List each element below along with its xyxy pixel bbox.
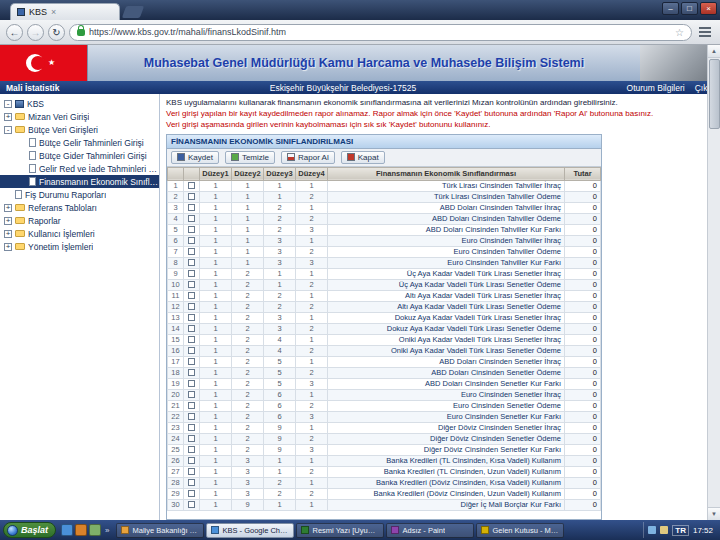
amount-cell[interactable]: 0	[565, 400, 601, 411]
quick-launch-icon[interactable]	[75, 524, 87, 536]
amount-cell[interactable]: 0	[565, 224, 601, 235]
row-checkbox[interactable]	[188, 215, 195, 222]
amount-cell[interactable]: 0	[565, 235, 601, 246]
row-checkbox[interactable]	[188, 237, 195, 244]
maximize-button[interactable]: □	[681, 2, 698, 15]
amount-cell[interactable]: 0	[565, 290, 601, 301]
forward-button[interactable]: →	[27, 24, 44, 41]
sidebar-item[interactable]: -KBS	[0, 97, 159, 110]
amount-cell[interactable]: 0	[565, 345, 601, 356]
sidebar-item[interactable]: -Bütçe Veri Girişleri	[0, 123, 159, 136]
quick-launch-icon[interactable]	[89, 524, 101, 536]
amount-cell[interactable]: 0	[565, 378, 601, 389]
amount-cell[interactable]: 0	[565, 202, 601, 213]
row-checkbox[interactable]	[188, 402, 195, 409]
amount-cell[interactable]: 0	[565, 466, 601, 477]
taskbar-button[interactable]: KBS - Google Chrome	[206, 523, 294, 538]
scrollbar-thumb[interactable]	[709, 59, 720, 129]
amount-cell[interactable]: 0	[565, 301, 601, 312]
amount-cell[interactable]: 0	[565, 312, 601, 323]
row-checkbox[interactable]	[188, 413, 195, 420]
row-checkbox[interactable]	[188, 468, 195, 475]
amount-cell[interactable]: 0	[565, 389, 601, 400]
row-checkbox[interactable]	[188, 292, 195, 299]
amount-cell[interactable]: 0	[565, 356, 601, 367]
row-checkbox[interactable]	[188, 435, 195, 442]
amount-cell[interactable]: 0	[565, 323, 601, 334]
taskbar-button[interactable]: Resmi Yazı [Uyumlu...	[296, 523, 384, 538]
sidebar-item[interactable]: Bütçe Gelir Tahminleri Girişi	[0, 136, 159, 149]
tab-close-icon[interactable]: ×	[51, 8, 56, 16]
row-checkbox[interactable]	[188, 380, 195, 387]
amount-cell[interactable]: 0	[565, 334, 601, 345]
row-checkbox[interactable]	[188, 479, 195, 486]
amount-cell[interactable]: 0	[565, 257, 601, 268]
clear-button[interactable]: Temizle	[225, 151, 275, 164]
amount-cell[interactable]: 0	[565, 180, 601, 191]
tray-volume-icon[interactable]	[660, 526, 668, 534]
taskbar-button[interactable]: Gelen Kutusu - Mic...	[476, 523, 564, 538]
taskbar-button[interactable]: Maliye Bakanlığı M...	[116, 523, 204, 538]
amount-cell[interactable]: 0	[565, 367, 601, 378]
url-bar[interactable]: https://www.kbs.gov.tr/mahali/finansLkod…	[69, 24, 692, 41]
tree-expander-icon[interactable]: +	[4, 217, 12, 225]
amount-cell[interactable]: 0	[565, 455, 601, 466]
row-checkbox[interactable]	[188, 281, 195, 288]
row-checkbox[interactable]	[188, 314, 195, 321]
overflow-chevron-icon[interactable]: »	[105, 526, 109, 535]
session-info-link[interactable]: Oturum Bilgileri	[627, 83, 685, 93]
row-checkbox[interactable]	[188, 248, 195, 255]
amount-cell[interactable]: 0	[565, 499, 601, 510]
row-checkbox[interactable]	[188, 303, 195, 310]
tree-expander-icon[interactable]: -	[4, 100, 12, 108]
row-checkbox[interactable]	[188, 369, 195, 376]
sidebar-item[interactable]: +Referans Tabloları	[0, 201, 159, 214]
minimize-button[interactable]: –	[662, 2, 679, 15]
scroll-down-icon[interactable]: ▼	[708, 507, 720, 520]
sidebar-item[interactable]: Gelir Red ve İade Tahminleri Girişi	[0, 162, 159, 175]
save-button[interactable]: Kaydet	[171, 151, 219, 164]
row-checkbox[interactable]	[188, 204, 195, 211]
row-checkbox[interactable]	[188, 270, 195, 277]
row-checkbox[interactable]	[188, 193, 195, 200]
amount-cell[interactable]: 0	[565, 433, 601, 444]
row-checkbox[interactable]	[188, 501, 195, 508]
row-checkbox[interactable]	[188, 446, 195, 453]
vertical-scrollbar[interactable]: ▲ ▼	[707, 45, 720, 520]
row-checkbox[interactable]	[188, 259, 195, 266]
row-checkbox[interactable]	[188, 490, 195, 497]
start-button[interactable]: Başlat	[3, 522, 56, 538]
language-indicator[interactable]: TR	[672, 525, 689, 536]
sidebar-item[interactable]: Fiş Durumu Raporları	[0, 188, 159, 201]
tree-expander-icon[interactable]: +	[4, 113, 12, 121]
tree-expander-icon[interactable]: +	[4, 230, 12, 238]
wrench-menu-icon[interactable]	[699, 27, 711, 29]
row-checkbox[interactable]	[188, 391, 195, 398]
amount-cell[interactable]: 0	[565, 191, 601, 202]
sidebar-item[interactable]: Bütçe Gider Tahminleri Girişi	[0, 149, 159, 162]
amount-cell[interactable]: 0	[565, 488, 601, 499]
amount-cell[interactable]: 0	[565, 444, 601, 455]
amount-cell[interactable]: 0	[565, 279, 601, 290]
tree-expander-icon[interactable]: -	[4, 126, 12, 134]
sidebar-item[interactable]: +Yönetim İşlemleri	[0, 240, 159, 253]
sidebar-item[interactable]: Finansmanın Ekonomik Sınıflandırması	[0, 175, 159, 188]
tree-expander-icon[interactable]: +	[4, 204, 12, 212]
bookmark-star-icon[interactable]: ☆	[675, 27, 684, 38]
close-button[interactable]: ×	[700, 2, 717, 15]
amount-cell[interactable]: 0	[565, 213, 601, 224]
sidebar-item[interactable]: +Raporlar	[0, 214, 159, 227]
back-button[interactable]: ←	[6, 24, 23, 41]
sidebar-item[interactable]: +Kullanıcı İşlemleri	[0, 227, 159, 240]
row-checkbox[interactable]	[188, 325, 195, 332]
close-button[interactable]: Kapat	[341, 151, 385, 164]
row-checkbox[interactable]	[188, 182, 195, 189]
tree-expander-icon[interactable]: +	[4, 243, 12, 251]
row-checkbox[interactable]	[188, 336, 195, 343]
row-checkbox[interactable]	[188, 457, 195, 464]
refresh-button[interactable]: ↻	[48, 24, 65, 41]
row-checkbox[interactable]	[188, 424, 195, 431]
url-text[interactable]: https://www.kbs.gov.tr/mahali/finansLkod…	[89, 27, 286, 37]
browser-tab[interactable]: KBS ×	[10, 3, 120, 20]
taskbar-button[interactable]: Adsız - Paint	[386, 523, 474, 538]
